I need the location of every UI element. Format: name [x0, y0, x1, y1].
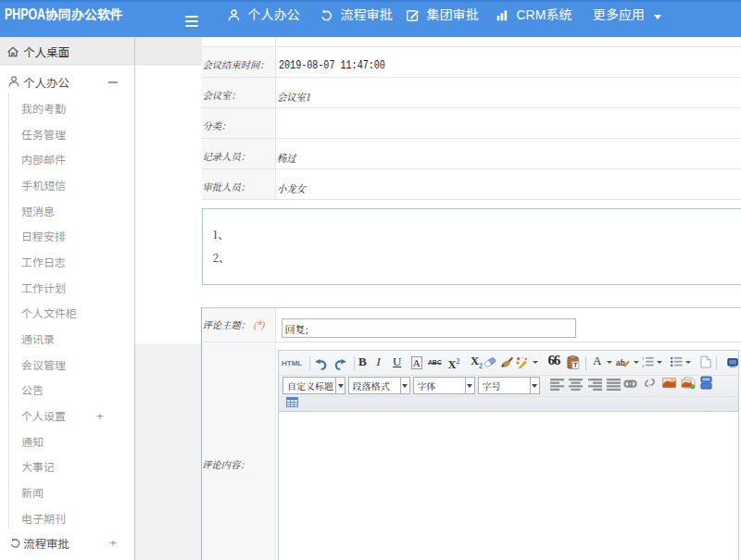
svg-text:2: 2 — [642, 364, 645, 367]
svg-text:1: 1 — [642, 356, 645, 361]
svg-text:?: ? — [647, 382, 650, 389]
svg-text:ab: ab — [616, 358, 625, 367]
